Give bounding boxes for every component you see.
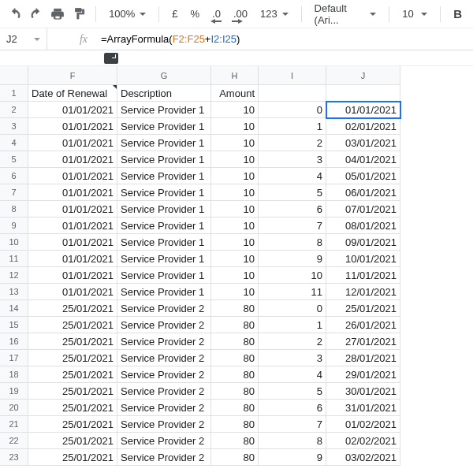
more-formats-dropdown[interactable]: 123 [255, 4, 293, 24]
cell[interactable]: 25/01/2021 [28, 449, 117, 466]
cell[interactable]: 2 [259, 333, 326, 350]
currency-button[interactable]: £ [167, 4, 182, 24]
cell[interactable]: 25/01/2021 [28, 400, 117, 416]
row-header[interactable]: 3 [0, 118, 28, 135]
cell[interactable]: Service Provider 1 [117, 102, 211, 118]
cell[interactable]: Service Provider 1 [117, 234, 211, 251]
cell[interactable]: Service Provider 2 [117, 300, 211, 317]
row-header[interactable]: 15 [0, 317, 28, 333]
col-header-F[interactable]: F [28, 66, 117, 85]
cell[interactable]: 01/01/2021 [28, 201, 117, 218]
cell[interactable]: 10 [211, 135, 259, 151]
cell[interactable]: Service Provider 2 [117, 416, 211, 433]
cell[interactable]: 80 [211, 400, 259, 416]
cell[interactable]: 01/01/2021 [28, 184, 117, 201]
cell[interactable]: 30/01/2021 [326, 383, 400, 400]
cell[interactable]: 28/01/2021 [326, 350, 400, 366]
cell[interactable]: Service Provider 1 [117, 184, 211, 201]
cell[interactable]: Service Provider 2 [117, 333, 211, 350]
paint-format-button[interactable] [69, 4, 88, 24]
cell[interactable]: 25/01/2021 [28, 433, 117, 449]
cell[interactable]: 9 [259, 449, 326, 466]
cell[interactable]: 6 [259, 201, 326, 218]
col-header-J[interactable]: J [326, 66, 400, 85]
cell[interactable]: 01/01/2021 [28, 118, 117, 135]
row-header[interactable]: 4 [0, 135, 28, 151]
cell[interactable]: 05/01/2021 [326, 168, 400, 184]
cell[interactable]: 01/01/2021 [28, 267, 117, 284]
percent-button[interactable]: % [185, 4, 204, 24]
cell[interactable]: 7 [259, 218, 326, 234]
cell[interactable]: 02/02/2021 [326, 433, 400, 449]
cell[interactable]: 25/01/2021 [28, 366, 117, 383]
cell[interactable]: Date of Renewal [28, 85, 117, 102]
cell[interactable]: Service Provider 1 [117, 135, 211, 151]
cell[interactable]: 10 [211, 218, 259, 234]
cell[interactable]: 26/01/2021 [326, 317, 400, 333]
row-header[interactable]: 1 [0, 85, 28, 102]
cell[interactable]: 80 [211, 383, 259, 400]
row-header[interactable]: 7 [0, 184, 28, 201]
cell[interactable]: 80 [211, 433, 259, 449]
row-header[interactable]: 23 [0, 449, 28, 466]
cell[interactable]: Service Provider 1 [117, 118, 211, 135]
row-header[interactable]: 17 [0, 350, 28, 366]
cell[interactable]: 10 [211, 284, 259, 300]
cell[interactable]: 01/01/2021 [28, 151, 117, 168]
cell[interactable]: Description [117, 85, 211, 102]
decrease-decimal-button[interactable]: .0 [207, 4, 225, 24]
undo-button[interactable] [6, 4, 24, 24]
row-header[interactable]: 21 [0, 416, 28, 433]
cell[interactable]: 25/01/2021 [28, 416, 117, 433]
cell[interactable]: Service Provider 2 [117, 366, 211, 383]
row-header[interactable]: 16 [0, 333, 28, 350]
cell[interactable]: 25/01/2021 [28, 300, 117, 317]
cell[interactable]: 25/01/2021 [28, 350, 117, 366]
row-header[interactable]: 20 [0, 400, 28, 416]
cell[interactable]: 01/01/2021 [28, 135, 117, 151]
cell[interactable]: 08/01/2021 [326, 218, 400, 234]
cell[interactable]: Service Provider 1 [117, 251, 211, 267]
cell[interactable]: 80 [211, 333, 259, 350]
row-header[interactable]: 5 [0, 151, 28, 168]
cell[interactable]: 10 [211, 168, 259, 184]
cell[interactable] [259, 85, 326, 102]
cell[interactable]: 03/01/2021 [326, 135, 400, 151]
row-header[interactable]: 11 [0, 251, 28, 267]
col-header-I[interactable]: I [259, 66, 326, 85]
cell[interactable]: 5 [259, 184, 326, 201]
row-header[interactable]: 6 [0, 168, 28, 184]
cell[interactable]: 5 [259, 383, 326, 400]
cell[interactable]: 80 [211, 449, 259, 466]
cell[interactable]: 10 [211, 184, 259, 201]
cell[interactable]: 10 [211, 201, 259, 218]
font-family-dropdown[interactable]: Default (Ari... [310, 4, 382, 24]
row-header[interactable]: 22 [0, 433, 28, 449]
cell[interactable]: 10 [211, 234, 259, 251]
cell[interactable]: 1 [259, 118, 326, 135]
cell[interactable]: 03/02/2021 [326, 449, 400, 466]
cell[interactable]: 10 [211, 102, 259, 118]
cell[interactable] [326, 85, 400, 102]
cell[interactable]: 6 [259, 400, 326, 416]
cell[interactable]: Service Provider 2 [117, 433, 211, 449]
row-header[interactable]: 2 [0, 102, 28, 118]
cell[interactable]: Service Provider 2 [117, 400, 211, 416]
formula-bar[interactable]: =ArrayFormula(F2:F25+I2:I25) [98, 33, 473, 45]
cell[interactable]: 06/01/2021 [326, 184, 400, 201]
cell[interactable]: 25/01/2021 [28, 317, 117, 333]
cell[interactable]: 01/01/2021 [28, 102, 117, 118]
cell[interactable]: 12/01/2021 [326, 284, 400, 300]
row-header[interactable]: 12 [0, 267, 28, 284]
cell[interactable]: Service Provider 2 [117, 350, 211, 366]
spreadsheet-grid[interactable]: F G H I J 1 Date of Renewal Description … [0, 66, 473, 466]
row-header[interactable]: 14 [0, 300, 28, 317]
cell[interactable]: 4 [259, 366, 326, 383]
row-header[interactable]: 9 [0, 218, 28, 234]
cell[interactable]: Service Provider 2 [117, 449, 211, 466]
cell[interactable]: 80 [211, 350, 259, 366]
print-button[interactable] [49, 4, 67, 24]
cell[interactable]: 0 [259, 300, 326, 317]
cell[interactable]: 29/01/2021 [326, 366, 400, 383]
cell[interactable]: 8 [259, 234, 326, 251]
